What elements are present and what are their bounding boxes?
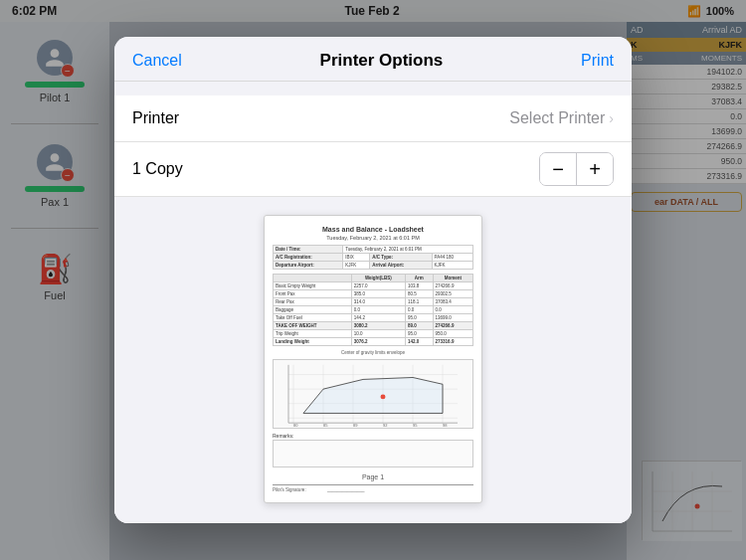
preview-subtitle: Tuesday, February 2, 2021 at 6:01 PM — [273, 235, 473, 241]
modal-body: Printer Select Printer › 1 Copy − + Mass — [114, 82, 632, 523]
modal-titlebar: Cancel Printer Options Print — [114, 37, 632, 82]
preview-remarks-label: Remarks: — [273, 433, 473, 439]
preview-signature: Pilot's Signature: _______________ — [273, 484, 473, 492]
chevron-right-icon: › — [609, 110, 614, 126]
copy-label: 1 Copy — [132, 160, 183, 178]
copy-row: 1 Copy − + — [114, 142, 632, 197]
signature-label: Pilot's Signature: — [273, 487, 306, 492]
decrement-button[interactable]: − — [540, 153, 576, 185]
select-printer-label: Select Printer — [509, 109, 605, 127]
preview-document: Mass and Balance - Loadsheet Tuesday, Fe… — [264, 215, 482, 503]
svg-point-27 — [381, 394, 386, 399]
preview-remarks-box — [273, 440, 473, 467]
increment-button[interactable]: + — [577, 153, 613, 185]
copy-stepper: − + — [539, 152, 614, 186]
svg-text:89: 89 — [353, 423, 357, 428]
preview-title: Mass and Balance - Loadsheet — [273, 226, 473, 233]
preview-chart: 80 85 89 92 95 98 — [273, 359, 473, 429]
preview-area: Mass and Balance - Loadsheet Tuesday, Fe… — [114, 211, 632, 523]
preview-header-table: Date / Time: Tuesday, February 2, 2021 a… — [273, 245, 473, 270]
modal-title: Printer Options — [320, 51, 444, 71]
select-printer-button[interactable]: Select Printer › — [509, 109, 614, 127]
printer-row: Printer Select Printer › — [114, 95, 632, 142]
print-button[interactable]: Print — [581, 52, 614, 70]
preview-page-number: Page 1 — [273, 473, 473, 480]
cancel-button[interactable]: Cancel — [132, 52, 182, 70]
printer-label: Printer — [132, 109, 179, 127]
preview-chart-label: Center of gravity limits envelope — [273, 350, 473, 355]
svg-text:92: 92 — [383, 423, 387, 428]
modal-backdrop: Cancel Printer Options Print Printer Sel… — [0, 0, 746, 560]
preview-weight-table: Weight(LBS) Arm Moment Basic Empty Weigh… — [273, 274, 473, 346]
printer-options-modal: Cancel Printer Options Print Printer Sel… — [114, 37, 632, 523]
